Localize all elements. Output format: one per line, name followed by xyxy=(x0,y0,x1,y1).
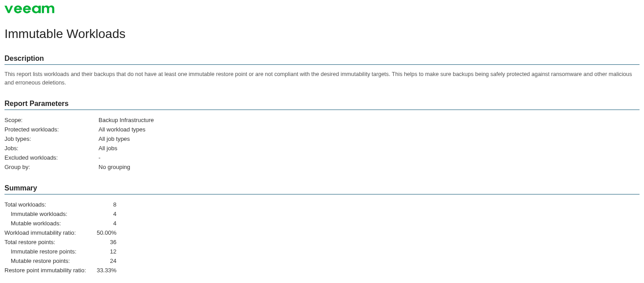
param-row: Job types: All job types xyxy=(4,134,154,144)
param-row: Jobs: All jobs xyxy=(4,144,154,153)
summary-value: 36 xyxy=(92,237,116,247)
summary-label: Workload immutability ratio: xyxy=(4,228,92,237)
summary-label: Immutable workloads: xyxy=(4,209,92,219)
param-row: Excluded workloads: - xyxy=(4,153,154,162)
summary-value: 12 xyxy=(92,247,116,256)
parameters-table: Scope: Backup Infrastructure Protected w… xyxy=(4,115,154,172)
summary-value: 4 xyxy=(92,219,116,228)
param-value: All jobs xyxy=(99,144,154,153)
summary-label: Immutable restore points: xyxy=(4,247,92,256)
description-heading: Description xyxy=(4,55,640,65)
summary-row: Restore point immutability ratio: 33.33% xyxy=(4,266,116,275)
summary-row: Workload immutability ratio: 50.00% xyxy=(4,228,116,237)
param-row: Scope: Backup Infrastructure xyxy=(4,115,154,125)
param-label: Scope: xyxy=(4,115,99,125)
description-text: This report lists workloads and their ba… xyxy=(4,70,640,87)
summary-value: 4 xyxy=(92,209,116,219)
param-value: Backup Infrastructure xyxy=(99,115,154,125)
summary-value: 24 xyxy=(92,256,116,266)
summary-label: Restore point immutability ratio: xyxy=(4,266,92,275)
summary-row: Total workloads: 8 xyxy=(4,200,116,209)
param-value: All workload types xyxy=(99,125,154,134)
summary-value: 8 xyxy=(92,200,116,209)
summary-value: 33.33% xyxy=(92,266,116,275)
param-value: - xyxy=(99,153,154,162)
summary-heading: Summary xyxy=(4,184,640,194)
param-label: Protected workloads: xyxy=(4,125,99,134)
summary-row: Mutable restore points: 24 xyxy=(4,256,116,266)
summary-row: Immutable restore points: 12 xyxy=(4,247,116,256)
summary-row: Mutable workloads: 4 xyxy=(4,219,116,228)
param-row: Protected workloads: All workload types xyxy=(4,125,154,134)
param-row: Group by: No grouping xyxy=(4,162,154,172)
veeam-logo xyxy=(4,4,640,16)
summary-label: Total workloads: xyxy=(4,200,92,209)
param-label: Excluded workloads: xyxy=(4,153,99,162)
page-title: Immutable Workloads xyxy=(4,27,640,41)
summary-label: Total restore points: xyxy=(4,237,92,247)
summary-label: Mutable workloads: xyxy=(4,219,92,228)
summary-row: Immutable workloads: 4 xyxy=(4,209,116,219)
param-value: All job types xyxy=(99,134,154,144)
param-value: No grouping xyxy=(99,162,154,172)
summary-table: Total workloads: 8 Immutable workloads: … xyxy=(4,200,116,275)
summary-row: Total restore points: 36 xyxy=(4,237,116,247)
param-label: Jobs: xyxy=(4,144,99,153)
summary-label: Mutable restore points: xyxy=(4,256,92,266)
summary-value: 50.00% xyxy=(92,228,116,237)
param-label: Job types: xyxy=(4,134,99,144)
parameters-heading: Report Parameters xyxy=(4,100,640,110)
param-label: Group by: xyxy=(4,162,99,172)
